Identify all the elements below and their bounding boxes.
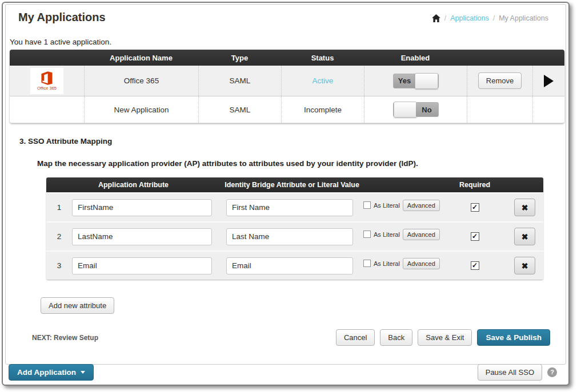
footer-bar: Add Application Pause All SSO ? (7, 364, 564, 381)
header-required: Required (443, 181, 506, 189)
header-enabled: Enabled (364, 50, 467, 66)
application-type: SAML (198, 96, 281, 123)
arrow-placeholder (532, 96, 564, 123)
header-bridge-attribute: Identity Bridge Attribute or Literal Val… (221, 181, 363, 189)
row-index: 1 (46, 203, 72, 212)
application-attribute-input[interactable] (72, 257, 212, 274)
next-step-label: NEXT: Review Setup (32, 334, 98, 342)
office-365-icon (39, 71, 54, 86)
wizard-actions: NEXT: Review Setup Cancel Back Save & Ex… (6, 329, 566, 346)
attribute-row: 2 As Literal Advanced ✓ ✖ (46, 221, 543, 250)
save-exit-button[interactable]: Save & Exit (418, 329, 472, 346)
header-spacer (467, 50, 532, 66)
as-literal-label: As Literal (374, 260, 400, 267)
toggle-label: No (416, 103, 438, 116)
toggle-knob[interactable] (394, 102, 417, 118)
delete-attribute-button[interactable]: ✖ (514, 257, 535, 274)
home-icon[interactable] (432, 14, 440, 22)
app-window: My Applications / Applications / My Appl… (2, 2, 570, 386)
icon-placeholder (10, 96, 84, 123)
office-365-logo: Office 365 (30, 68, 63, 94)
application-attribute-input[interactable] (72, 199, 212, 216)
application-name: Office 365 (84, 66, 198, 96)
breadcrumb-current: My Applications (499, 14, 548, 22)
active-application-summary: You have 1 active application. (10, 38, 566, 46)
status-badge: Active (312, 76, 334, 85)
breadcrumb: / Applications / My Applications (432, 14, 548, 22)
application-type: SAML (198, 66, 281, 96)
required-checkbox[interactable]: ✓ (471, 232, 479, 241)
application-row-office365: Office 365 Office 365 SAML Active Yes Re… (10, 66, 564, 96)
toggle-knob[interactable] (415, 73, 438, 89)
add-new-attribute-button[interactable]: Add new attribute (41, 297, 114, 314)
enabled-toggle[interactable]: Yes (393, 74, 439, 88)
header-spacer (532, 50, 564, 66)
collapse-arrow-icon[interactable] (544, 75, 554, 87)
as-literal-label: As Literal (374, 231, 400, 238)
header-status: Status (281, 50, 364, 66)
application-row-new: New Application SAML Incomplete No (10, 96, 564, 123)
attribute-row: 3 As Literal Advanced ✓ ✖ (46, 250, 543, 280)
cancel-button[interactable]: Cancel (336, 329, 375, 346)
save-publish-button[interactable]: Save & Publish (477, 329, 550, 346)
advanced-button[interactable]: Advanced (403, 229, 440, 240)
applications-table: Application Name Type Status Enabled Off… (10, 50, 564, 123)
breadcrumb-separator: / (493, 14, 495, 22)
header-application-name: Application Name (84, 50, 198, 66)
help-icon[interactable]: ? (547, 367, 557, 377)
required-checkbox[interactable]: ✓ (471, 261, 479, 270)
bridge-attribute-input[interactable] (226, 199, 353, 216)
status-badge: Incomplete (281, 96, 364, 123)
required-checkbox[interactable]: ✓ (471, 203, 479, 212)
remove-button[interactable]: Remove (478, 72, 522, 89)
enabled-toggle[interactable]: No (393, 102, 439, 117)
bridge-attribute-input[interactable] (226, 228, 353, 245)
as-literal-label: As Literal (374, 202, 400, 209)
bridge-attribute-input[interactable] (226, 257, 353, 274)
breadcrumb-link-applications[interactable]: Applications (450, 14, 488, 22)
mapping-instruction: Map the necessary application provider (… (37, 159, 566, 168)
row-index: 3 (46, 261, 72, 270)
content-panel: My Applications / Applications / My Appl… (5, 4, 566, 365)
office-365-caption: Office 365 (37, 86, 57, 91)
header-spacer (10, 50, 84, 66)
attribute-mapping-table: Application Attribute Identity Bridge At… (46, 177, 543, 280)
caret-down-icon (81, 371, 85, 374)
application-attribute-input[interactable] (72, 228, 212, 245)
pause-all-sso-button[interactable]: Pause All SSO (478, 364, 542, 381)
back-button[interactable]: Back (380, 329, 412, 346)
breadcrumb-separator: / (444, 14, 446, 22)
add-application-button[interactable]: Add Application (9, 364, 94, 381)
add-application-label: Add Application (17, 368, 76, 377)
as-literal-checkbox[interactable] (363, 201, 371, 209)
applications-table-header: Application Name Type Status Enabled (10, 50, 564, 66)
attribute-table-header: Application Attribute Identity Bridge At… (46, 177, 543, 192)
attribute-row: 1 As Literal Advanced ✓ ✖ (46, 192, 543, 221)
section-heading: 3. SSO Attribute Mapping (19, 137, 566, 146)
remove-placeholder (467, 96, 532, 123)
delete-attribute-button[interactable]: ✖ (514, 199, 535, 216)
toggle-label: Yes (394, 74, 416, 88)
header-application-attribute: Application Attribute (46, 181, 221, 189)
as-literal-checkbox[interactable] (363, 260, 371, 267)
advanced-button[interactable]: Advanced (403, 258, 440, 269)
as-literal-checkbox[interactable] (363, 231, 371, 238)
delete-attribute-button[interactable]: ✖ (514, 228, 535, 245)
advanced-button[interactable]: Advanced (403, 200, 440, 211)
header-type: Type (198, 50, 281, 66)
row-index: 2 (46, 232, 72, 241)
application-name: New Application (84, 96, 198, 123)
